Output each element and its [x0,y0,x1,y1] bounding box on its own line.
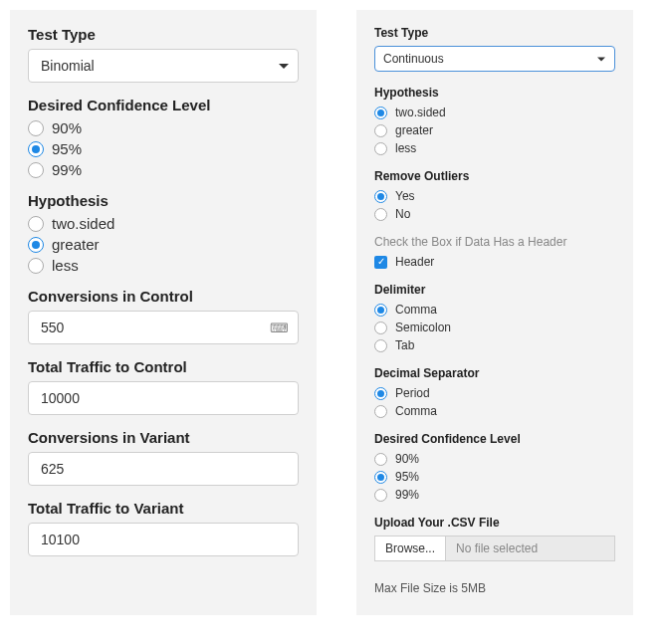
conv-variant-group: Conversions in Variant [28,429,299,486]
test-type-label: Test Type [28,26,299,43]
radio-label: Comma [395,404,437,418]
hypothesis-option-greater[interactable]: greater [28,236,299,253]
outliers-option-yes[interactable]: Yes [374,189,615,203]
decimal-group: Decimal Separator Period Comma [374,366,615,418]
radio-label: Comma [395,303,437,317]
confidence-option-95[interactable]: 95% [374,470,615,484]
hypothesis-option-two-sided[interactable]: two.sided [28,215,299,232]
radio-icon [374,387,387,400]
traffic-variant-label: Total Traffic to Variant [28,500,299,517]
radio-label: less [52,257,79,274]
radio-icon [374,142,387,155]
test-type-group: Test Type Binomial [28,26,299,83]
confidence-label: Desired Confidence Level [28,97,299,113]
radio-icon [28,216,44,232]
radio-label: Yes [395,189,415,203]
upload-label: Upload Your .CSV File [374,516,615,530]
confidence-label: Desired Confidence Level [374,432,615,446]
radio-icon [28,237,44,253]
radio-icon [374,453,387,466]
test-type-select[interactable]: Continuous [374,46,615,72]
radio-label: No [395,207,410,221]
radio-icon [374,304,387,317]
radio-label: 95% [395,470,419,484]
traffic-control-label: Total Traffic to Control [28,358,299,375]
test-type-label: Test Type [374,26,615,40]
traffic-control-input[interactable] [28,381,299,415]
confidence-group: Desired Confidence Level 90% 95% 99% [374,432,615,502]
continuous-panel: Test Type Continuous Hypothesis two.side… [356,10,633,615]
confidence-option-95[interactable]: 95% [28,140,299,157]
upload-group: Upload Your .CSV File Browse... No file … [374,516,615,561]
radio-label: 95% [52,140,82,157]
confidence-group: Desired Confidence Level 90% 95% 99% [28,97,299,178]
decimal-label: Decimal Separator [374,366,615,380]
keypad-icon: ⌨ [270,321,289,335]
conv-variant-label: Conversions in Variant [28,429,299,446]
radio-icon [28,141,44,157]
radio-label: Semicolon [395,321,451,334]
radio-icon [28,162,44,178]
radio-label: greater [395,123,433,137]
radio-icon [28,258,44,274]
radio-icon [28,120,44,136]
delimiter-option-tab[interactable]: Tab [374,338,615,352]
radio-label: 90% [52,119,82,136]
radio-icon [374,339,387,352]
checkbox-icon [374,256,387,269]
hypothesis-option-greater[interactable]: greater [374,123,615,137]
file-input-row[interactable]: Browse... No file selected [374,536,615,561]
radio-label: two.sided [395,106,446,119]
hypothesis-option-less[interactable]: less [374,141,615,155]
hypothesis-label: Hypothesis [374,86,615,100]
radio-icon [374,124,387,137]
confidence-option-90[interactable]: 90% [28,119,299,136]
test-type-select-wrap[interactable]: Binomial [28,49,299,83]
outliers-option-no[interactable]: No [374,207,615,221]
conv-control-input[interactable] [28,311,299,344]
radio-label: Period [395,386,430,400]
radio-icon [374,405,387,418]
radio-icon [374,471,387,484]
radio-label: two.sided [52,215,114,232]
confidence-option-99[interactable]: 99% [374,488,615,502]
traffic-variant-input[interactable] [28,523,299,556]
binomial-panel: Test Type Binomial Desired Confidence Le… [10,10,317,615]
hypothesis-group: Hypothesis two.sided greater less [374,86,615,155]
radio-icon [374,190,387,203]
delimiter-option-comma[interactable]: Comma [374,303,615,317]
file-placeholder: No file selected [445,536,615,561]
hypothesis-option-less[interactable]: less [28,257,299,274]
confidence-option-90[interactable]: 90% [374,452,615,466]
max-file-size-note: Max File Size is 5MB [374,581,615,595]
radio-label: 99% [52,161,82,178]
radio-icon [374,322,387,334]
radio-icon [374,107,387,119]
delimiter-option-semicolon[interactable]: Semicolon [374,321,615,334]
decimal-option-comma[interactable]: Comma [374,404,615,418]
test-type-select[interactable]: Binomial [28,49,299,83]
radio-icon [374,208,387,221]
radio-label: greater [52,236,100,253]
hypothesis-option-two-sided[interactable]: two.sided [374,106,615,119]
chevron-down-icon [279,64,289,69]
outliers-label: Remove Outliers [374,169,615,183]
conv-control-label: Conversions in Control [28,288,299,305]
conv-control-group: Conversions in Control ⌨ [28,288,299,344]
confidence-option-99[interactable]: 99% [28,161,299,178]
header-helper: Check the Box if Data Has a Header [374,235,615,249]
traffic-variant-group: Total Traffic to Variant [28,500,299,556]
browse-button[interactable]: Browse... [374,536,445,561]
radio-label: Tab [395,338,414,352]
decimal-option-period[interactable]: Period [374,386,615,400]
conv-variant-input[interactable] [28,452,299,486]
delimiter-label: Delimiter [374,283,615,297]
radio-label: 90% [395,452,419,466]
outliers-group: Remove Outliers Yes No [374,169,615,221]
checkbox-label: Header [395,255,434,269]
radio-icon [374,489,387,502]
radio-label: 99% [395,488,419,502]
header-checkbox-row[interactable]: Header [374,255,615,269]
hypothesis-group: Hypothesis two.sided greater less [28,192,299,274]
test-type-select-wrap[interactable]: Continuous [374,46,615,72]
